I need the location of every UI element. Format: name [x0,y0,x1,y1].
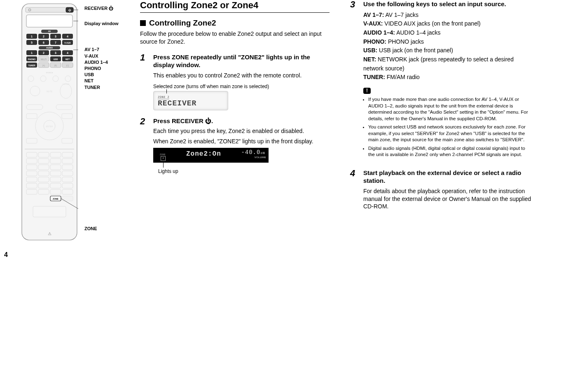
svg-text:3: 3 [55,35,56,38]
step-4-text: For details about the playback operation… [363,187,531,211]
svg-text:2: 2 [43,51,44,54]
step-3-heading: Use the following keys to select an inpu… [363,0,531,8]
svg-text:AV: AV [48,30,51,33]
step-number: 4 [350,169,363,213]
svg-text:NET: NET [65,58,70,61]
callout-receiver: RECEIVER ⏻ [84,6,119,11]
square-bullet-icon [140,20,146,26]
step-number: 2 [140,117,153,175]
step-2-heading: Press RECEIVER ⏻. [153,117,330,125]
section-heading-text: Controlling Zone2 [149,19,216,27]
svg-text:1: 1 [31,51,33,54]
svg-text:7: 7 [55,41,56,44]
svg-text:SOURCE: SOURCE [46,72,53,74]
step-3: 3 Use the following keys to select an in… [350,0,531,162]
svg-text:4: 4 [67,51,68,54]
svg-text:⚠: ⚠ [48,231,51,236]
svg-text:6: 6 [43,41,44,44]
svg-text:PHONO: PHONO [28,58,35,61]
front-display-illustration: ZONE 2 Zone2:On -40.0dB VOLUME [153,148,269,163]
step-4-heading: Start playback on the external device or… [363,169,531,185]
step-3-notes: If you have made more than one audio con… [363,96,531,158]
callout-input: AUDIO 1–4 [84,60,119,65]
svg-rect-0 [22,4,77,240]
svg-text:[A]: [A] [42,64,45,67]
svg-text:TUNER: TUNER [28,64,35,67]
middle-column: Controlling Zone2 or Zone4 Controlling Z… [140,0,330,182]
page-number: 4 [4,251,8,259]
callout-zone: ZONE [84,226,119,231]
svg-rect-6 [26,15,72,27]
callout-input: USB [84,72,119,77]
lcd-zone-text: Zone2:On [186,150,221,158]
svg-text:MULTI: MULTI [41,58,47,61]
display-window-illustration: ZONE 2 RECEIVER [153,91,228,110]
step-1-text: This enables you to control Zone2 with t… [153,72,330,79]
callout-input: TUNER [84,85,119,90]
step-1-heading: Press ZONE repeatedly until "ZONE2" ligh… [153,53,330,69]
svg-text:2: 2 [43,35,44,38]
lcd-volume-value: -40.0dB [241,149,265,156]
svg-point-2 [28,9,31,11]
lcd-zone-indicator: 2 [161,156,166,161]
svg-text:ZONE: ZONE [53,198,59,200]
notice-icon: ! [363,88,371,94]
svg-text:USB: USB [54,58,58,61]
remote-callouts: RECEIVER ⏻ Display window AV 1–7 V-AUX A… [84,6,119,232]
lcd-zone-indicator: ZONE 2 [158,96,169,99]
note-item: You cannot select USB and network source… [368,124,531,143]
svg-text:ENTER: ENTER [46,125,53,128]
callout-display-window: Display window [84,21,119,26]
step-2-text-1: Each time you press the key, Zone2 is en… [153,127,330,135]
lcd-main-text: RECEIVER [158,99,224,107]
intro-text: Follow the procedure below to enable Zon… [140,30,330,46]
callout-input: NET [84,78,119,84]
svg-text:[C]: [C] [66,64,69,67]
svg-text:MUTE: MUTE [47,90,53,93]
svg-text:5: 5 [31,41,33,44]
note-item: If you have made more than one audio con… [368,96,531,122]
lcd-volume-label: VOLUME [255,156,266,159]
svg-text:[B]: [B] [54,64,57,67]
step-number: 1 [140,53,153,110]
callout-input: AV 1–7 [84,47,119,52]
page-title: Controlling Zone2 or Zone4 [140,0,330,11]
svg-text:4: 4 [67,35,68,38]
svg-text:1: 1 [31,35,33,38]
svg-rect-104 [33,206,66,217]
svg-text:VOLUME: VOLUME [63,83,70,85]
section-heading: Controlling Zone2 [140,19,330,28]
step-1: 1 Press ZONE repeatedly until "ZONE2" li… [140,53,330,110]
svg-text:⏻: ⏻ [68,9,71,12]
step-4: 4 Start playback on the external device … [350,169,531,213]
svg-text:AUDIO: AUDIO [46,47,53,49]
lights-up-annotation: Lights up [153,163,330,175]
title-rule [140,12,330,13]
callout-input: PHONO [84,66,119,71]
svg-text:3: 3 [55,51,56,54]
step-number: 3 [350,0,363,162]
svg-text:V-AUX: V-AUX [64,42,71,44]
callout-input: V-AUX [84,54,119,59]
step-1-caption: Selected zone (turns off when main zone … [153,84,330,89]
right-column: 3 Use the following keys to select an in… [350,0,531,219]
remote-control-illustration: ⏻ AV 1 2 3 4 5 6 7 V-AUX AUDIO 1 2 [21,2,78,241]
step-2: 2 Press RECEIVER ⏻. Each time you press … [140,117,330,175]
input-source-list: AV 1–7: AV 1–7 jacks V-AUX: VIDEO AUX ja… [363,11,531,82]
step-2-text-2: When Zone2 is enabled, "ZONE2" lights up… [153,138,330,145]
note-item: Digital audio signals (HDMI, digital opt… [368,145,531,158]
